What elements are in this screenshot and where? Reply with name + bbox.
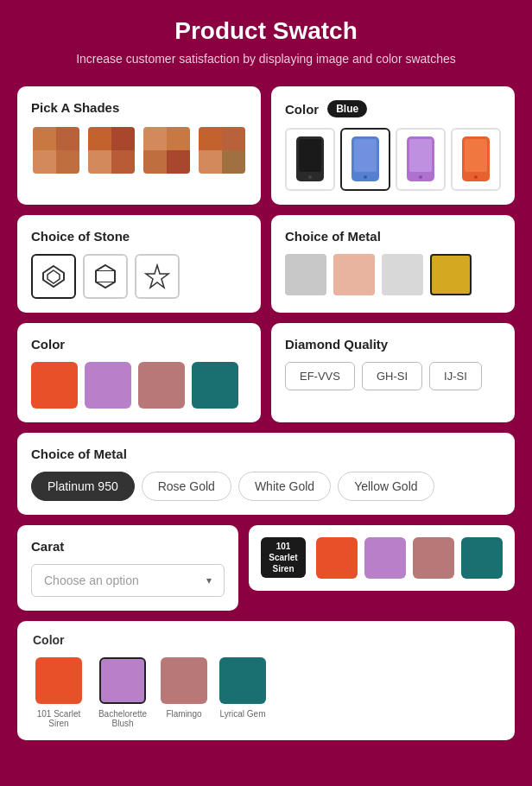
shades-grid — [31, 125, 247, 175]
phone-swatch-blue[interactable] — [340, 128, 390, 191]
color-block-title: Color — [31, 337, 247, 352]
color-swatch-purple[interactable] — [85, 362, 131, 409]
siren-swatch-teal[interactable] — [461, 537, 503, 579]
color-phone-title: Color — [285, 102, 319, 117]
svg-marker-14 — [96, 265, 115, 288]
carat-placeholder: Choose an option — [44, 574, 139, 587]
metal-swatch-gold[interactable] — [430, 254, 472, 295]
siren-swatch-purple[interactable] — [364, 537, 406, 579]
bottom-color-item-flamingo: Flamingo — [161, 657, 207, 728]
page-subtitle: Increase customer satisfaction by displa… — [17, 52, 515, 66]
stone-swatch-3[interactable] — [135, 254, 180, 299]
bottom-color-title: Color — [33, 633, 499, 647]
metal-text-title: Choice of Metal — [31, 447, 501, 461]
metal-color-card: Choice of Metal — [271, 215, 515, 313]
color-swatch-orange[interactable] — [31, 362, 78, 409]
metal-option-yellow-gold[interactable]: Yellow Gold — [338, 472, 434, 501]
shades-title: Pick A Shades — [31, 100, 247, 115]
svg-marker-19 — [146, 265, 168, 288]
shade-swatch-2[interactable] — [86, 125, 136, 175]
siren-swatch-mauve[interactable] — [413, 537, 454, 579]
bottom-label-blush: Bachelorette Blush — [97, 709, 149, 728]
stone-swatches-row — [31, 254, 247, 299]
bottom-color-card: Color 101 Scarlet Siren Bachelorette Blu… — [17, 621, 515, 740]
bottom-label-flamingo: Flamingo — [166, 709, 201, 719]
phone-swatch-black[interactable] — [285, 128, 335, 191]
carat-card: Carat Choose an option ▾ — [17, 525, 238, 611]
svg-marker-13 — [48, 270, 60, 283]
quality-options-row: EF-VVS GH-SI IJ-SI — [285, 362, 501, 390]
color-phone-card: Color Blue — [271, 86, 515, 205]
svg-point-5 — [364, 175, 367, 179]
color-swatch-teal[interactable] — [192, 362, 238, 409]
stone-swatch-2[interactable] — [83, 254, 128, 299]
phone-swatch-orange[interactable] — [451, 128, 501, 191]
svg-point-2 — [308, 175, 312, 179]
bottom-color-item-scarlet: 101 Scarlet Siren — [33, 657, 85, 728]
metal-swatch-rose[interactable] — [333, 254, 375, 295]
metal-text-card: Choice of Metal Platinum 950 Rose Gold W… — [17, 433, 515, 515]
quality-ef-vvs[interactable]: EF-VVS — [285, 362, 355, 390]
svg-point-8 — [419, 175, 422, 179]
svg-rect-7 — [409, 139, 432, 172]
metal-swatch-silver[interactable] — [285, 254, 326, 295]
shade-swatch-4[interactable] — [197, 125, 247, 175]
diamond-card: Diamond Quality EF-VVS GH-SI IJ-SI — [271, 323, 515, 422]
metal-option-platinum[interactable]: Platinum 950 — [31, 472, 135, 501]
bottom-label-scarlet: 101 Scarlet Siren — [33, 709, 85, 728]
siren-card: 101ScarletSiren — [249, 525, 515, 591]
metal-swatches-row — [285, 254, 501, 295]
stone-card: Choice of Stone — [17, 215, 261, 313]
page-title: Product Swatch — [17, 17, 515, 45]
diamond-title: Diamond Quality — [285, 337, 501, 352]
siren-badge: 101ScarletSiren — [261, 537, 306, 578]
shades-card: Pick A Shades — [17, 86, 261, 205]
stone-swatch-1[interactable] — [31, 254, 76, 299]
bottom-color-item-gem: Lyrical Gem — [219, 657, 266, 728]
page-header: Product Swatch Increase customer satisfa… — [17, 17, 515, 66]
bottom-swatch-scarlet[interactable] — [35, 657, 82, 704]
metal-option-white-gold[interactable]: White Gold — [238, 472, 331, 501]
color-block-swatches — [31, 362, 247, 409]
shade-swatch-3[interactable] — [142, 125, 192, 175]
bottom-color-options-row: 101 Scarlet Siren Bachelorette Blush Fla… — [33, 657, 499, 728]
phone-swatch-purple[interactable] — [396, 128, 446, 191]
metal-swatch-light[interactable] — [382, 254, 423, 295]
carat-title: Carat — [31, 539, 225, 554]
svg-rect-4 — [354, 139, 377, 172]
shade-swatch-1[interactable] — [31, 125, 81, 175]
siren-swatches-row — [316, 537, 503, 579]
color-badge: Blue — [327, 100, 367, 117]
metal-text-options-row: Platinum 950 Rose Gold White Gold Yellow… — [31, 472, 501, 501]
bottom-swatch-blush[interactable] — [99, 657, 146, 704]
metal-color-title: Choice of Metal — [285, 229, 501, 244]
svg-rect-1 — [299, 139, 321, 172]
chevron-down-icon: ▾ — [206, 574, 212, 586]
svg-rect-10 — [465, 139, 487, 172]
bottom-swatch-gem[interactable] — [219, 657, 266, 704]
color-block-card: Color — [17, 323, 261, 422]
svg-point-11 — [474, 175, 478, 179]
stone-title: Choice of Stone — [31, 229, 247, 244]
svg-line-16 — [105, 265, 115, 271]
bottom-label-gem: Lyrical Gem — [220, 709, 266, 719]
svg-line-15 — [96, 265, 105, 271]
color-swatch-mauve[interactable] — [138, 362, 185, 409]
bottom-color-item-blush: Bachelorette Blush — [97, 657, 149, 728]
bottom-swatch-flamingo[interactable] — [161, 657, 207, 704]
quality-ij-si[interactable]: IJ-SI — [429, 362, 482, 390]
carat-dropdown[interactable]: Choose an option ▾ — [31, 564, 225, 597]
quality-gh-si[interactable]: GH-SI — [362, 362, 422, 390]
metal-option-rose-gold[interactable]: Rose Gold — [142, 472, 231, 501]
siren-swatch-orange[interactable] — [316, 537, 358, 579]
phone-swatches-grid — [285, 128, 501, 191]
